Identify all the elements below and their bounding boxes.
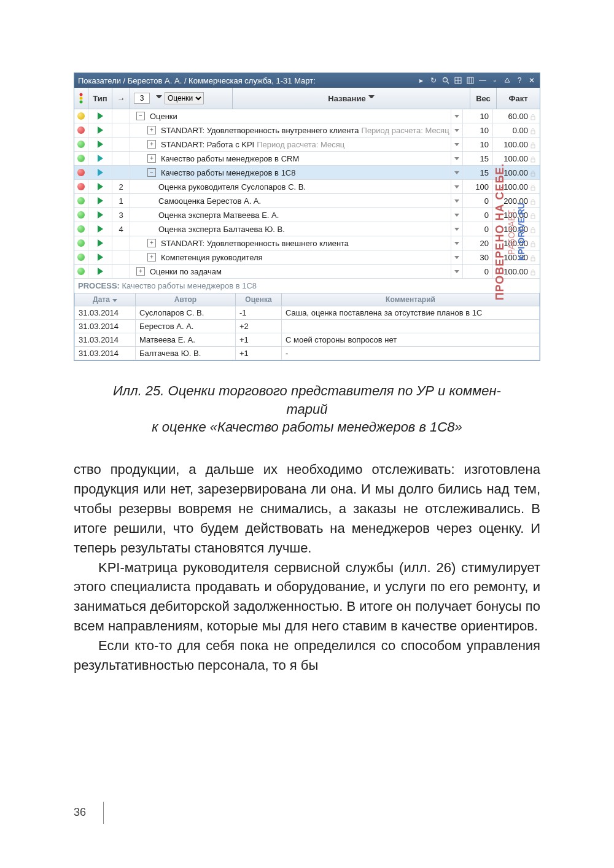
paragraph: KPI-матрица руководителя сервисной служб… bbox=[74, 558, 540, 637]
row-menu[interactable] bbox=[451, 208, 463, 222]
svg-point-8 bbox=[80, 93, 83, 96]
row-menu[interactable] bbox=[451, 109, 463, 123]
table-row[interactable]: +Компетенция руководителя30100.00 bbox=[74, 250, 540, 265]
search-icon[interactable] bbox=[441, 76, 450, 85]
refresh-icon[interactable]: ↻ bbox=[429, 76, 438, 85]
collapse-icon[interactable]: − bbox=[147, 168, 156, 177]
collapse-icon[interactable]: − bbox=[136, 112, 145, 120]
col-name[interactable]: Название bbox=[233, 88, 470, 109]
table-row[interactable]: 1Самооценка Берестов А. А.0200.00 bbox=[74, 194, 540, 208]
table-row[interactable]: −Оценки1060.00 bbox=[74, 109, 540, 123]
help-icon[interactable]: ? bbox=[515, 76, 524, 85]
level-input[interactable] bbox=[134, 93, 150, 104]
columns-icon[interactable] bbox=[466, 76, 475, 85]
row-index: 2 bbox=[112, 180, 130, 193]
col-date[interactable]: Дата bbox=[75, 293, 136, 306]
forward-icon[interactable]: ▸ bbox=[417, 76, 426, 85]
svg-point-0 bbox=[443, 78, 448, 82]
lock-icon bbox=[530, 127, 536, 133]
status-dot bbox=[74, 222, 88, 236]
col-type[interactable]: Тип bbox=[88, 88, 112, 109]
svg-point-10 bbox=[80, 101, 83, 104]
row-menu[interactable] bbox=[451, 222, 463, 236]
row-fact: 60.00 bbox=[493, 109, 540, 123]
play-icon bbox=[88, 166, 112, 179]
svg-point-9 bbox=[80, 97, 83, 100]
row-fact: 200.00 bbox=[493, 194, 540, 207]
status-dot bbox=[74, 109, 88, 123]
figure-caption: Илл. 25. Оценки торгового представителя … bbox=[74, 382, 540, 436]
col-score[interactable]: Оценка bbox=[236, 293, 282, 306]
row-menu[interactable] bbox=[451, 236, 463, 250]
table-row[interactable]: +STANDART: Работа с KPI Период расчета: … bbox=[74, 138, 540, 152]
row-menu[interactable] bbox=[451, 166, 463, 179]
row-menu[interactable] bbox=[451, 152, 463, 165]
svg-rect-15 bbox=[531, 173, 535, 176]
table-row[interactable]: +STANDART: Удовлетворенность внутреннего… bbox=[74, 123, 540, 138]
row-name: Оценка руководителя Суслопаров С. В. bbox=[130, 180, 451, 193]
paragraph: ство продукции, а дальше их необходимо о… bbox=[74, 460, 540, 557]
table-row[interactable]: −Качество работы менеджеров в 1С815-100.… bbox=[74, 166, 540, 180]
row-weight: 0 bbox=[463, 265, 493, 278]
details-row[interactable]: 31.03.2014Балтачева Ю. В.+1- bbox=[75, 347, 540, 360]
table-row[interactable]: 2Оценка руководителя Суслопаров С. В.100… bbox=[74, 180, 540, 194]
details-row[interactable]: 31.03.2014Берестов А. А.+2 bbox=[75, 320, 540, 333]
col-arrow[interactable]: → bbox=[112, 88, 130, 109]
row-index: 4 bbox=[112, 222, 130, 236]
row-menu[interactable] bbox=[451, 250, 463, 264]
details-row[interactable]: 31.03.2014Суслопаров С. В.-1Саша, оценка… bbox=[75, 306, 540, 320]
expand-icon[interactable]: + bbox=[147, 140, 156, 149]
play-icon bbox=[88, 138, 112, 151]
row-name: +STANDART: Удовлетворенность внешнего кл… bbox=[130, 236, 451, 250]
col-fact[interactable]: Факт bbox=[497, 88, 540, 109]
play-icon bbox=[88, 109, 112, 123]
filter-select[interactable]: Оценки bbox=[165, 92, 204, 104]
table-row[interactable]: 3Оценка эксперта Матвеева Е. А.0100.00 bbox=[74, 208, 540, 222]
row-menu[interactable] bbox=[451, 123, 463, 137]
chevron-down-icon[interactable] bbox=[368, 95, 375, 101]
status-dot bbox=[74, 265, 88, 278]
expand-icon[interactable]: + bbox=[147, 154, 156, 163]
row-weight: 30 bbox=[463, 250, 493, 264]
expand-icon[interactable]: + bbox=[147, 126, 156, 134]
col-status[interactable] bbox=[74, 88, 88, 109]
row-menu[interactable] bbox=[451, 265, 463, 278]
row-menu[interactable] bbox=[451, 138, 463, 151]
row-index bbox=[112, 138, 130, 151]
col-comment[interactable]: Комментарий bbox=[282, 293, 540, 306]
row-weight: 15 bbox=[463, 152, 493, 165]
body-text: ство продукции, а дальше их необходимо о… bbox=[74, 460, 540, 675]
lock-icon bbox=[530, 141, 536, 147]
cascade-icon[interactable] bbox=[503, 76, 511, 85]
close-icon[interactable]: ✕ bbox=[527, 76, 536, 85]
chevron-down-icon[interactable] bbox=[156, 95, 162, 101]
table-row[interactable]: 4Оценка эксперта Балтачева Ю. В.0100.00 bbox=[74, 222, 540, 236]
grid-icon[interactable] bbox=[454, 76, 462, 85]
details-table: Дата Автор Оценка Комментарий 31.03.2014… bbox=[74, 293, 540, 360]
row-index bbox=[112, 265, 130, 278]
row-index bbox=[112, 236, 130, 250]
row-name: −Оценки bbox=[130, 109, 451, 123]
expand-icon[interactable]: + bbox=[147, 253, 156, 262]
details-row[interactable]: 31.03.2014Матвеева Е. А.+1С моей стороны… bbox=[75, 333, 540, 347]
window-title: Показатели / Берестов А. А. / Коммерческ… bbox=[78, 76, 413, 85]
col-author[interactable]: Автор bbox=[136, 293, 236, 306]
row-menu[interactable] bbox=[451, 180, 463, 193]
table-row[interactable]: +Качество работы менеджеров в CRM15100.0… bbox=[74, 152, 540, 166]
svg-rect-11 bbox=[531, 117, 535, 120]
row-menu[interactable] bbox=[451, 194, 463, 207]
restore-icon[interactable]: ▫ bbox=[491, 76, 499, 85]
table-row[interactable]: +Оценки по задачам0100.00 bbox=[74, 265, 540, 279]
row-fact: 100.00 bbox=[493, 250, 540, 264]
table-row[interactable]: +STANDART: Удовлетворенность внешнего кл… bbox=[74, 236, 540, 250]
lock-icon bbox=[530, 212, 536, 218]
expand-icon[interactable]: + bbox=[147, 239, 156, 247]
lock-icon bbox=[530, 155, 536, 161]
row-name: +STANDART: Удовлетворенность внутреннего… bbox=[130, 123, 451, 137]
svg-rect-17 bbox=[531, 201, 535, 204]
minimize-icon[interactable]: — bbox=[478, 76, 487, 85]
col-weight[interactable]: Вес bbox=[470, 88, 497, 109]
row-index bbox=[112, 109, 130, 123]
row-name: +STANDART: Работа с KPI Период расчета: … bbox=[130, 138, 451, 151]
expand-icon[interactable]: + bbox=[136, 267, 145, 276]
